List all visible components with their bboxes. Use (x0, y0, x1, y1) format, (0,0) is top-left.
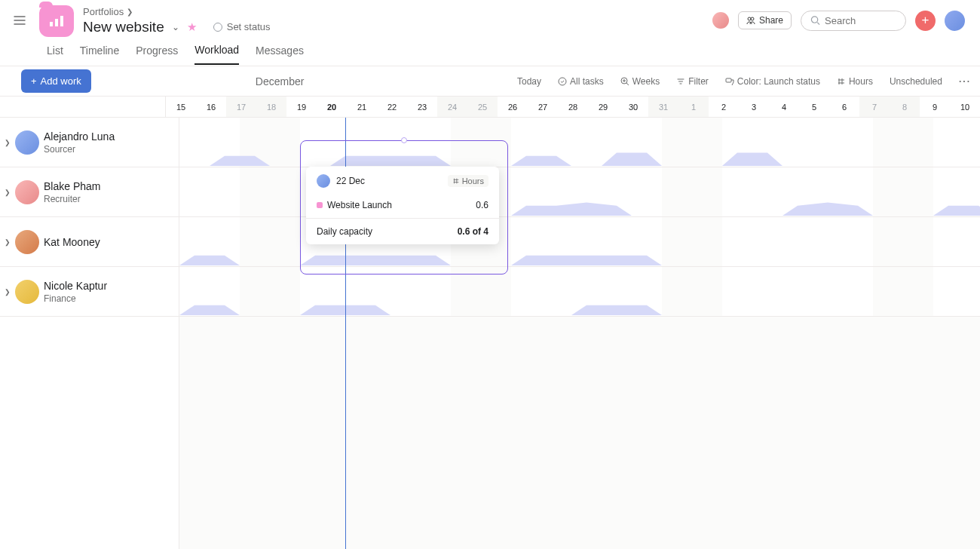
handle-icon[interactable] (401, 137, 407, 143)
person-name: Kat Mooney (44, 236, 100, 248)
checkmark-circle-icon (558, 77, 567, 86)
chevron-right-icon: ❯ (5, 288, 11, 296)
avatar (15, 130, 39, 155)
breadcrumb-parent: Portfolios (83, 6, 124, 17)
date-cell[interactable]: 17 (226, 97, 256, 117)
date-cell[interactable]: 7 (859, 97, 890, 117)
date-cell[interactable]: 2 (709, 97, 739, 117)
tab-list[interactable]: List (47, 44, 63, 64)
date-cell[interactable]: 24 (437, 97, 467, 117)
person-name: Alejandro Luna (44, 130, 115, 143)
share-label: Share (759, 15, 783, 26)
person-role: Recruiter (44, 194, 100, 204)
zoom-icon (620, 77, 629, 86)
people-icon (746, 16, 755, 25)
hamburger-icon (12, 13, 27, 28)
date-cell[interactable]: 23 (407, 97, 437, 117)
date-cell[interactable]: 3 (739, 97, 769, 117)
chevron-right-icon: ❯ (5, 189, 11, 196)
hours-selector[interactable]: Hours (837, 76, 873, 87)
portfolio-folder-icon (39, 5, 74, 37)
date-cell[interactable]: 27 (528, 97, 558, 117)
date-cell[interactable]: 20 (317, 97, 347, 117)
all-tasks-filter[interactable]: All tasks (558, 76, 604, 87)
share-button[interactable]: Share (738, 11, 792, 29)
add-work-label: Add work (41, 75, 81, 87)
popover-task-hours: 0.6 (476, 200, 488, 210)
svg-rect-2 (60, 16, 63, 26)
timeline-canvas[interactable]: 22 Dec Hours Website Launch 0.6 Daily ca… (179, 118, 980, 549)
avatar (15, 230, 39, 254)
date-cell[interactable]: 1 (678, 97, 709, 117)
status-label: Set status (227, 21, 271, 32)
person-row[interactable]: ❯ Nicole KapturFinance (0, 267, 179, 317)
svg-rect-0 (50, 22, 53, 26)
tab-progress[interactable]: Progress (136, 44, 178, 64)
date-cell[interactable]: 10 (950, 97, 980, 117)
person-row[interactable]: ❯ Kat Mooney (0, 217, 179, 267)
person-role: Sourcer (44, 144, 115, 155)
avatar (317, 174, 330, 188)
month-label: December (256, 75, 305, 87)
status-circle-icon (213, 23, 222, 32)
svg-point-5 (811, 17, 817, 23)
date-cell[interactable]: 29 (588, 97, 618, 117)
today-button[interactable]: Today (517, 76, 541, 87)
person-row[interactable]: ❯ Alejandro LunaSourcer (0, 118, 179, 167)
avatar (15, 280, 39, 304)
chevron-right-icon: ❯ (127, 8, 133, 16)
date-cell[interactable]: 28 (558, 97, 588, 117)
zoom-weeks[interactable]: Weeks (620, 76, 660, 87)
popover-capacity-value: 0.6 of 4 (458, 226, 488, 237)
paint-icon (725, 77, 734, 86)
color-selector[interactable]: Color: Launch status (725, 76, 820, 87)
add-work-button[interactable]: + Add work (21, 69, 91, 93)
svg-rect-1 (55, 19, 58, 26)
svg-point-3 (748, 17, 751, 20)
person-name: Nicole Kaptur (44, 280, 107, 292)
date-cell[interactable]: 6 (829, 97, 859, 117)
unscheduled-button[interactable]: Unscheduled (890, 76, 942, 87)
search-input[interactable] (825, 15, 896, 26)
date-cell[interactable]: 31 (648, 97, 678, 117)
date-cell[interactable]: 18 (256, 97, 286, 117)
date-cell[interactable]: 16 (196, 97, 226, 117)
tabs: List Timeline Progress Workload Messages (0, 41, 980, 66)
hash-icon (837, 77, 846, 86)
date-cell[interactable]: 19 (286, 97, 317, 117)
date-cell[interactable]: 25 (467, 97, 498, 117)
search-icon (810, 15, 820, 26)
set-status-button[interactable]: Set status (213, 21, 271, 32)
chevron-right-icon: ❯ (5, 139, 11, 146)
hash-icon (452, 177, 460, 185)
current-user-avatar[interactable] (945, 11, 965, 31)
popover-capacity-label: Daily capacity (317, 226, 372, 237)
person-row[interactable]: ❯ Blake PhamRecruiter (0, 167, 179, 217)
search-input-wrapper[interactable] (801, 11, 906, 31)
popover-task: Website Launch (317, 200, 392, 210)
breadcrumb[interactable]: Portfolios ❯ (83, 6, 271, 17)
tab-workload[interactable]: Workload (194, 44, 239, 65)
more-menu[interactable]: ··· (959, 76, 971, 87)
workload-popover: 22 Dec Hours Website Launch 0.6 Daily ca… (306, 167, 499, 244)
tab-messages[interactable]: Messages (256, 44, 304, 64)
chevron-down-icon[interactable]: ⌄ (172, 22, 179, 32)
chevron-right-icon: ❯ (5, 238, 11, 246)
tab-timeline[interactable]: Timeline (80, 44, 119, 64)
filter-button[interactable]: Filter (676, 76, 709, 87)
date-cell[interactable]: 9 (920, 97, 950, 117)
date-cell[interactable]: 21 (347, 97, 377, 117)
add-button[interactable]: + (915, 11, 936, 31)
member-avatar[interactable] (712, 12, 729, 29)
hamburger-menu[interactable] (9, 10, 30, 31)
date-cell[interactable]: 8 (890, 97, 920, 117)
date-cell[interactable]: 5 (799, 97, 829, 117)
date-cell[interactable]: 15 (166, 97, 196, 117)
date-cell[interactable]: 30 (618, 97, 648, 117)
date-cell[interactable]: 26 (498, 97, 528, 117)
date-cell[interactable]: 4 (769, 97, 799, 117)
plus-icon: + (31, 75, 37, 87)
star-icon[interactable]: ★ (187, 20, 197, 34)
date-cell[interactable]: 22 (377, 97, 407, 117)
date-header: 1516171819202122232425262728293031123456… (166, 97, 980, 117)
